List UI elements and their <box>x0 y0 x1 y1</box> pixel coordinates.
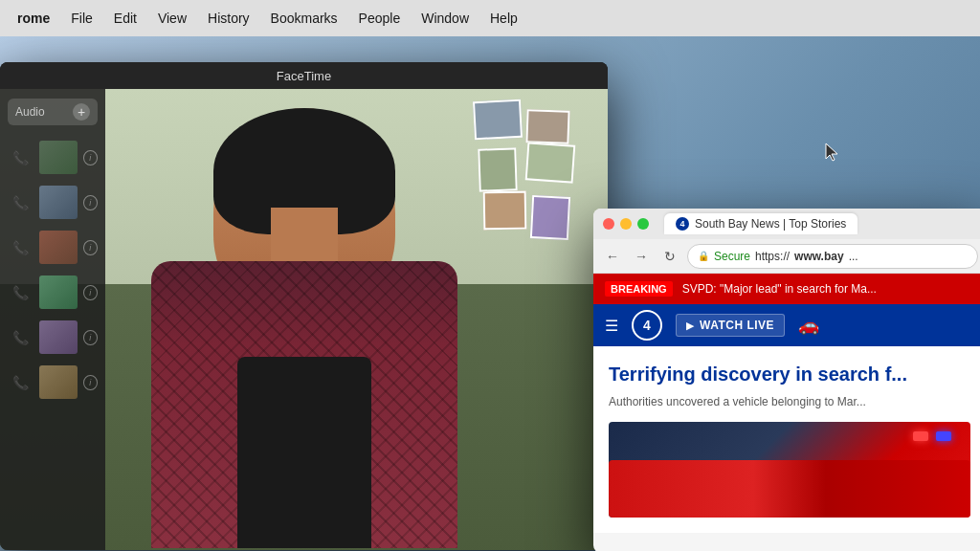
menu-chrome[interactable]: rome <box>8 7 59 30</box>
lock-icon: 🔒 <box>698 251 709 261</box>
address-bar[interactable]: 🔒 Secure https:// www.bay ... <box>687 244 978 269</box>
back-button[interactable]: ← <box>601 245 624 268</box>
news-navigation: ☰ 4 ▶ WATCH LIVE 🚗 <box>593 304 980 346</box>
person-undershirt <box>237 357 371 548</box>
facetime-contact-list: 📞 i 📞 i 📞 i <box>0 131 105 408</box>
info-icon[interactable]: i <box>83 330 98 345</box>
contact-thumbnail <box>39 231 78 264</box>
police-light-red <box>913 431 928 441</box>
play-icon: ▶ <box>686 320 694 332</box>
secure-text: Secure <box>714 250 750 263</box>
contact-thumbnail <box>39 186 78 219</box>
article-headline: Terrifying discovery in search f... <box>609 362 970 386</box>
person-neck <box>271 208 338 265</box>
news-logo: 4 <box>632 310 662 341</box>
phone-icon[interactable]: 📞 <box>8 324 33 351</box>
menu-people[interactable]: People <box>349 7 411 30</box>
video-person <box>65 89 544 548</box>
forward-button[interactable]: → <box>630 245 653 268</box>
fullscreen-button[interactable] <box>637 218 649 230</box>
info-icon[interactable]: i <box>83 375 98 390</box>
url-domain: www.bay <box>794 250 844 263</box>
breaking-text: SVPD: "Major lead" in search for Ma... <box>682 282 877 296</box>
menubar: rome File Edit View History Bookmarks Pe… <box>0 0 980 36</box>
info-icon[interactable]: i <box>83 150 98 165</box>
article-content: Terrifying discovery in search f... Auth… <box>593 346 980 533</box>
phone-icon[interactable]: 📞 <box>8 279 33 306</box>
car-icon: 🚗 <box>798 315 819 336</box>
breaking-news-banner: BREAKING SVPD: "Major lead" in search fo… <box>593 274 980 304</box>
contact-item[interactable]: 📞 i <box>0 270 105 315</box>
minimize-button[interactable] <box>620 218 632 230</box>
facetime-audio-tab[interactable]: Audio <box>15 105 45 119</box>
menu-history[interactable]: History <box>198 7 259 30</box>
contact-item[interactable]: 📞 i <box>0 180 105 225</box>
info-icon[interactable]: i <box>83 285 98 300</box>
menu-window[interactable]: Window <box>412 7 479 30</box>
menu-file[interactable]: File <box>61 7 102 30</box>
facetime-add-button[interactable]: + <box>73 103 90 121</box>
hamburger-menu-icon[interactable]: ☰ <box>605 317 618 335</box>
menu-bookmarks[interactable]: Bookmarks <box>261 7 347 30</box>
facetime-search-bar[interactable]: Audio + <box>8 99 98 125</box>
menu-help[interactable]: Help <box>480 7 527 30</box>
browser-titlebar: 4 South Bay News | Top Stories <box>593 209 980 239</box>
watch-live-button[interactable]: ▶ WATCH LIVE <box>676 314 785 337</box>
contact-item[interactable]: 📞 i <box>0 360 105 405</box>
close-button[interactable] <box>603 218 614 230</box>
contact-thumbnail <box>39 365 78 399</box>
police-lights <box>913 431 951 441</box>
browser-tab[interactable]: 4 South Bay News | Top Stories <box>664 213 858 234</box>
facetime-title: FaceTime <box>277 69 331 83</box>
tab-title: South Bay News | Top Stories <box>695 217 846 231</box>
contact-thumbnail <box>39 276 78 309</box>
menu-edit[interactable]: Edit <box>104 7 146 30</box>
facetime-titlebar: FaceTime <box>0 62 608 89</box>
phone-icon[interactable]: 📞 <box>8 189 33 216</box>
article-image <box>609 422 970 518</box>
browser-toolbar: ← → ↻ 🔒 Secure https:// www.bay ... <box>593 239 980 274</box>
phone-icon[interactable]: 📞 <box>8 234 33 261</box>
watch-live-label: WATCH LIVE <box>700 319 774 332</box>
refresh-button[interactable]: ↻ <box>658 245 681 268</box>
menu-view[interactable]: View <box>148 7 196 30</box>
police-light-blue <box>936 431 951 441</box>
contact-thumbnail <box>39 141 78 174</box>
breaking-label: BREAKING <box>605 281 673 297</box>
contact-item[interactable]: 📞 i <box>0 135 105 180</box>
car-image-scene <box>609 460 970 518</box>
contact-thumbnail <box>39 320 78 354</box>
tab-favicon: 4 <box>676 217 689 231</box>
facetime-window: FaceTime Audio + 📞 i 📞 i <box>0 62 608 550</box>
person-body <box>151 261 457 548</box>
url-prefix: https:// <box>755 250 790 263</box>
phone-icon[interactable]: 📞 <box>8 369 33 396</box>
contact-item[interactable]: 📞 i <box>0 225 105 270</box>
info-icon[interactable]: i <box>83 240 98 255</box>
phone-icon[interactable]: 📞 <box>8 144 33 171</box>
article-subtext: Authorities uncovered a vehicle belongin… <box>609 394 970 410</box>
info-icon[interactable]: i <box>83 195 98 210</box>
browser-window: 4 South Bay News | Top Stories ← → ↻ 🔒 S… <box>593 209 980 551</box>
url-suffix: ... <box>849 250 858 263</box>
facetime-sidebar: Audio + 📞 i 📞 i � <box>0 89 105 550</box>
contact-item[interactable]: 📞 i <box>0 315 105 360</box>
